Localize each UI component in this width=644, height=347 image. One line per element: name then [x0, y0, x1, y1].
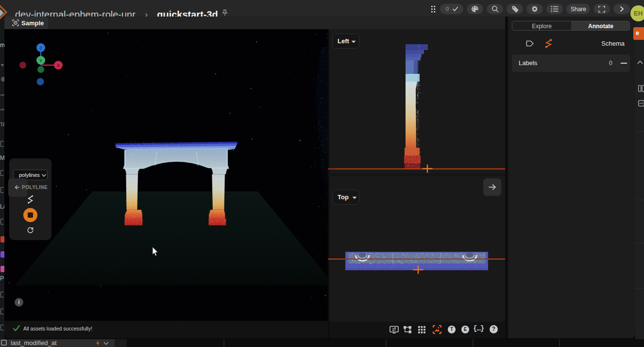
svg-text:Y: Y	[39, 58, 42, 63]
svg-text:X: X	[57, 63, 60, 68]
svg-text:Z: Z	[39, 46, 42, 51]
